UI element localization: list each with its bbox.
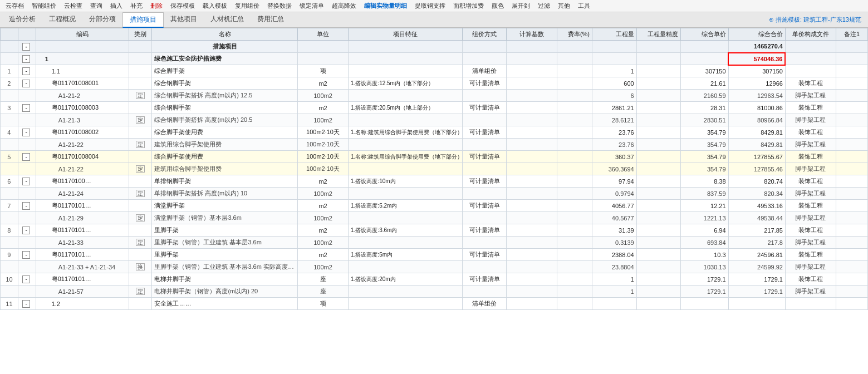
menu-color[interactable]: 颜色 — [488, 1, 507, 11]
col-code: 粤01170101… — [36, 249, 129, 261]
menu-replace[interactable]: 替换数据 — [264, 1, 295, 11]
expand-icon[interactable]: - — [22, 227, 30, 234]
menu-smartprice[interactable]: 智能组价 — [28, 1, 60, 11]
col-comp: 装饰工程 — [785, 273, 836, 286]
row-number: 8 — [1, 224, 18, 237]
col-unit-price: 354.79 — [681, 139, 728, 151]
row-number: 6 — [1, 175, 18, 188]
expand-icon[interactable]: - — [22, 178, 30, 185]
col-basis — [507, 212, 557, 224]
menu-steelextract[interactable]: 提取钢支撑 — [411, 1, 449, 11]
col-total: 8429.81 — [728, 126, 785, 139]
col-comp: 装饰工程 — [785, 77, 836, 90]
col-qty: 6 — [592, 90, 637, 102]
menu-supplement[interactable]: 补充 — [127, 1, 146, 11]
menu-cloudstore[interactable]: 云存档 — [2, 1, 27, 11]
col-comp — [785, 298, 836, 310]
menu-savetemplate[interactable]: 保存模板 — [167, 1, 198, 11]
expand-icon[interactable]: - — [22, 202, 30, 210]
menu-lockbill[interactable]: 锁定清单 — [296, 1, 327, 11]
menu-other[interactable]: 其他 — [555, 1, 573, 11]
col-note — [836, 90, 867, 102]
menu-areafee[interactable]: 面积增加费 — [450, 1, 487, 11]
col-total: 1729.1 — [728, 286, 785, 298]
tab-project-overview[interactable]: 工程概况 — [42, 12, 82, 27]
table-row: -措施项目1465270.4 — [1, 41, 868, 53]
col-total: 217.8 — [728, 237, 785, 249]
tab-cost-summary[interactable]: 费用汇总 — [251, 12, 291, 27]
col-note — [836, 261, 867, 273]
expand-icon[interactable]: - — [22, 275, 30, 283]
col-comp: 脚手架工程 — [785, 163, 836, 175]
col-pricing: 可计量清单 — [462, 175, 507, 188]
col-basis — [507, 41, 557, 53]
table-row: 4-粤011701008002综合脚手架使用费100m2·10天1.名称:建筑用… — [1, 126, 868, 139]
col-unit-price: 2160.59 — [681, 90, 728, 102]
row-number: 11 — [1, 298, 18, 310]
tab-cost-analysis[interactable]: 造价分析 — [2, 12, 42, 27]
col-qty: 0.9794 — [592, 188, 637, 200]
menu-supereff[interactable]: 超高降效 — [328, 1, 360, 11]
expand-icon[interactable]: - — [22, 129, 30, 136]
col-precision — [636, 286, 681, 298]
col-qty: 40.5677 — [592, 212, 637, 224]
menu-filter[interactable]: 过滤 — [534, 1, 553, 11]
menu-delete[interactable]: 删除 — [147, 1, 166, 11]
tab-bar: 造价分析 工程概况 分部分项 措施项目 其他项目 人材机汇总 费用汇总 ⊕ 措施… — [0, 12, 868, 28]
col-rate — [557, 212, 592, 224]
tab-labor-material[interactable]: 人材机汇总 — [204, 12, 251, 27]
expand-icon[interactable]: - — [22, 55, 30, 63]
expand-icon[interactable]: - — [22, 104, 30, 112]
col-rate — [557, 188, 592, 200]
menu-editqty[interactable]: 编辑实物量明细 — [361, 1, 410, 11]
col-precision — [636, 237, 681, 249]
type-badge: 定 — [136, 92, 145, 99]
expand-icon[interactable]: - — [22, 153, 30, 161]
col-name: 综合钢脚手架 — [152, 77, 298, 90]
col-rate — [557, 139, 592, 151]
col-qty — [592, 41, 637, 53]
expand-icon[interactable]: - — [22, 67, 30, 75]
col-pricing: 可计量清单 — [462, 77, 507, 90]
col-unit-price: 28.31 — [681, 102, 728, 114]
expand-icon[interactable]: - — [22, 43, 30, 51]
col-feature: 1.搭设高度:3.6m内 — [349, 224, 463, 237]
col-total: 24599.92 — [728, 261, 785, 273]
menu-loadtemplate[interactable]: 载入模板 — [199, 1, 231, 11]
menu-expand[interactable]: 展开到 — [508, 1, 533, 11]
col-code: 粤011701008003 — [36, 102, 129, 114]
tab-measures[interactable]: 措施项目 — [122, 12, 164, 28]
col-unit: m2 — [298, 175, 349, 188]
tab-section-items[interactable]: 分部分项 — [82, 12, 122, 27]
menu-reuse[interactable]: 复用组价 — [232, 1, 263, 11]
col-type — [129, 298, 152, 310]
row-number — [1, 53, 18, 65]
col-precision — [636, 90, 681, 102]
col-unit-price: 837.59 — [681, 188, 728, 200]
expand-cell — [18, 286, 36, 298]
menu-query[interactable]: 查询 — [87, 1, 106, 11]
col-unit: 项 — [298, 65, 349, 77]
tab-other-items[interactable]: 其他项目 — [164, 12, 204, 27]
col-unit-price: 1030.13 — [681, 261, 728, 273]
expand-icon[interactable]: - — [22, 80, 30, 87]
menu-tools[interactable]: 工具 — [575, 1, 594, 11]
col-pricing: 清单组价 — [462, 65, 507, 77]
col-precision — [636, 249, 681, 261]
menu-cloudcheck[interactable]: 云检查 — [61, 1, 86, 11]
row-number — [1, 163, 18, 175]
expand-icon[interactable]: - — [22, 251, 30, 259]
col-feature — [349, 65, 463, 77]
expand-icon[interactable]: - — [22, 300, 30, 308]
col-code: 粤011701008001 — [36, 77, 129, 90]
col-note — [836, 237, 867, 249]
menu-insert[interactable]: 插入 — [107, 1, 126, 11]
col-name: 措施项目 — [152, 41, 298, 53]
col-rate — [557, 126, 592, 139]
col-type: 定 — [129, 237, 152, 249]
col-unit: m2 — [298, 200, 349, 212]
col-total: 820.74 — [728, 175, 785, 188]
col-unit-price: 354.79 — [681, 163, 728, 175]
col-precision — [636, 163, 681, 175]
col-unit — [298, 53, 349, 65]
